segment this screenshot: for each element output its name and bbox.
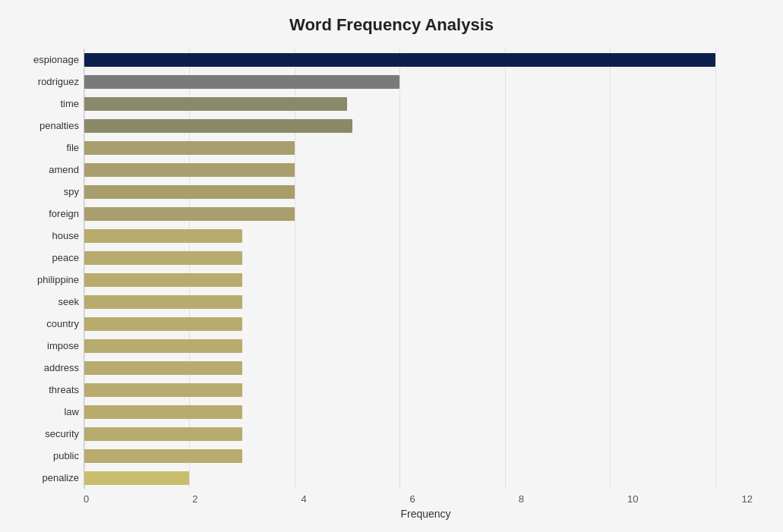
x-tick-4: 4 bbox=[301, 493, 306, 505]
bar-impose bbox=[84, 339, 242, 353]
bar-row-espionage bbox=[84, 52, 768, 68]
x-tick-2: 2 bbox=[192, 493, 197, 505]
bar-public bbox=[84, 449, 242, 463]
y-label-penalize: penalize bbox=[15, 473, 79, 483]
bar-penalize bbox=[84, 471, 189, 485]
bar-row-amend bbox=[84, 162, 768, 178]
y-label-seek: seek bbox=[15, 297, 79, 307]
bar-row-philippine bbox=[84, 272, 768, 288]
bar-row-address bbox=[84, 360, 768, 376]
y-label-impose: impose bbox=[15, 341, 79, 351]
y-label-peace: peace bbox=[15, 253, 79, 263]
bar-security bbox=[84, 427, 242, 441]
bar-house bbox=[84, 229, 242, 243]
bars-wrapper bbox=[84, 49, 768, 489]
y-label-philippine: philippine bbox=[15, 275, 79, 285]
x-tick-10: 10 bbox=[627, 493, 638, 505]
x-tick-0: 0 bbox=[84, 493, 89, 505]
bar-row-time bbox=[84, 96, 768, 112]
y-label-public: public bbox=[15, 451, 79, 461]
bar-peace bbox=[84, 251, 242, 265]
y-label-country: country bbox=[15, 319, 79, 329]
bar-row-file bbox=[84, 140, 768, 156]
bar-row-peace bbox=[84, 250, 768, 266]
y-label-penalties: penalties bbox=[15, 121, 79, 131]
y-labels: espionagerodrigueztimepenaltiesfileamend… bbox=[15, 49, 84, 489]
bar-row-security bbox=[84, 426, 768, 442]
bar-rodriguez bbox=[84, 75, 399, 89]
x-tick-8: 8 bbox=[519, 493, 524, 505]
bar-row-impose bbox=[84, 338, 768, 354]
bar-row-house bbox=[84, 228, 768, 244]
bar-amend bbox=[84, 163, 295, 177]
chart-container: Word Frequency Analysis espionagerodrigu… bbox=[0, 0, 783, 532]
y-label-address: address bbox=[15, 363, 79, 373]
bar-row-penalties bbox=[84, 118, 768, 134]
bar-row-threats bbox=[84, 382, 768, 398]
bar-country bbox=[84, 317, 242, 331]
chart-title: Word Frequency Analysis bbox=[15, 15, 768, 35]
y-label-threats: threats bbox=[15, 385, 79, 395]
y-label-foreign: foreign bbox=[15, 209, 79, 219]
chart-area: espionagerodrigueztimepenaltiesfileamend… bbox=[15, 49, 768, 489]
bar-foreign bbox=[84, 207, 295, 221]
bar-file bbox=[84, 141, 295, 155]
bar-philippine bbox=[84, 273, 242, 287]
y-label-espionage: espionage bbox=[15, 55, 79, 65]
bar-row-country bbox=[84, 316, 768, 332]
x-tick-12: 12 bbox=[741, 493, 752, 505]
bar-row-rodriguez bbox=[84, 74, 768, 90]
y-label-security: security bbox=[15, 429, 79, 439]
bar-time bbox=[84, 97, 347, 111]
bar-row-law bbox=[84, 404, 768, 420]
bar-law bbox=[84, 405, 242, 419]
y-label-spy: spy bbox=[15, 187, 79, 197]
y-label-law: law bbox=[15, 407, 79, 417]
x-axis: 024681012 bbox=[84, 489, 768, 505]
bar-spy bbox=[84, 185, 295, 199]
x-axis-label: Frequency bbox=[84, 508, 768, 520]
bar-seek bbox=[84, 295, 242, 309]
y-label-time: time bbox=[15, 99, 79, 109]
bar-threats bbox=[84, 383, 242, 397]
bar-row-foreign bbox=[84, 206, 768, 222]
x-tick-6: 6 bbox=[410, 493, 415, 505]
y-label-amend: amend bbox=[15, 165, 79, 175]
bar-row-penalize bbox=[84, 470, 768, 486]
y-label-file: file bbox=[15, 143, 79, 153]
bar-row-public bbox=[84, 448, 768, 464]
bar-row-seek bbox=[84, 294, 768, 310]
bar-penalties bbox=[84, 119, 352, 133]
bar-espionage bbox=[84, 53, 715, 67]
bar-address bbox=[84, 361, 242, 375]
bars-area bbox=[84, 49, 768, 489]
bar-row-spy bbox=[84, 184, 768, 200]
y-label-rodriguez: rodriguez bbox=[15, 77, 79, 87]
y-label-house: house bbox=[15, 231, 79, 241]
